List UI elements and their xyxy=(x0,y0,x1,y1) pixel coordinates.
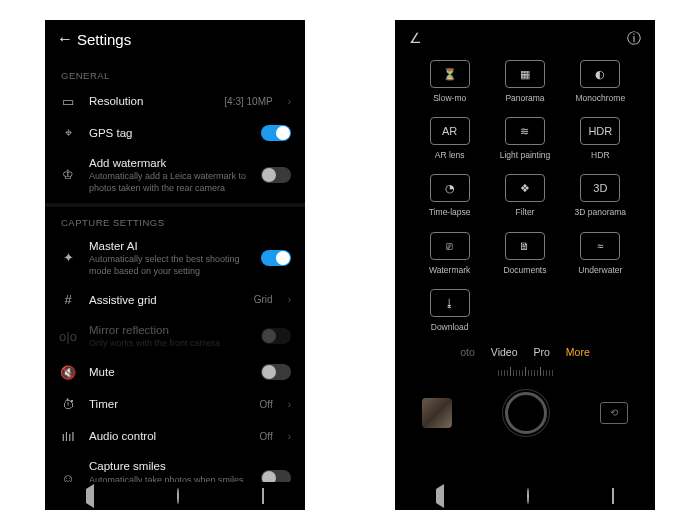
mode-label: Slow-mo xyxy=(433,93,466,103)
master-ai-toggle[interactable] xyxy=(261,250,291,266)
mode-hdr[interactable]: HDRHDR xyxy=(566,117,635,160)
resolution-label: Resolution xyxy=(89,94,212,108)
mirror-label: Mirror reflection xyxy=(89,323,249,337)
resolution-icon: ▭ xyxy=(59,94,77,109)
page-title: Settings xyxy=(77,31,131,48)
mute-icon: 🔇 xyxy=(59,365,77,380)
edit-icon[interactable]: ∠ xyxy=(409,30,422,48)
mode-label: Light painting xyxy=(500,150,551,160)
row-master-ai[interactable]: ✦ Master AI Automatically select the bes… xyxy=(45,232,305,284)
mode-icon: ≋ xyxy=(505,117,545,145)
mirror-icon: o|o xyxy=(59,329,77,344)
switch-camera-button[interactable]: ⟲ xyxy=(600,402,628,424)
mode-icon: 🗎 xyxy=(505,232,545,260)
mode-panorama[interactable]: ▦Panorama xyxy=(490,60,559,103)
mode-label: Time-lapse xyxy=(429,207,471,217)
mode-label: Documents xyxy=(503,265,546,275)
mode-time-lapse[interactable]: ◔Time-lapse xyxy=(415,174,484,217)
mirror-toggle xyxy=(261,328,291,344)
location-icon: ⌖ xyxy=(59,125,77,141)
mode-watermark[interactable]: ⎚Watermark xyxy=(415,232,484,275)
settings-header: ← Settings xyxy=(45,20,305,56)
watermark-toggle[interactable] xyxy=(261,167,291,183)
row-mute[interactable]: 🔇 Mute xyxy=(45,356,305,388)
nav-home-icon[interactable] xyxy=(177,489,179,503)
mode-documents[interactable]: 🗎Documents xyxy=(490,232,559,275)
mode-icon: ⭳ xyxy=(430,289,470,317)
grid-icon: # xyxy=(59,292,77,307)
nav-home-icon[interactable] xyxy=(527,489,529,503)
mode-dial[interactable] xyxy=(395,362,655,376)
mode-3d-panorama[interactable]: 3D3D panorama xyxy=(566,174,635,217)
row-timer[interactable]: ⏱ Timer Off › xyxy=(45,388,305,420)
mode-icon: ❖ xyxy=(505,174,545,202)
mode-monochrome[interactable]: ◐Monochrome xyxy=(566,60,635,103)
settings-screen: ← Settings GENERAL ▭ Resolution [4:3] 10… xyxy=(45,20,305,510)
nav-recent-icon[interactable] xyxy=(612,489,614,503)
row-mirror: o|o Mirror reflection Only works with th… xyxy=(45,316,305,357)
smiles-sub: Automatically take photos when smiles ar… xyxy=(89,475,249,482)
tab-photo[interactable]: oto xyxy=(460,346,475,358)
gallery-thumbnail[interactable] xyxy=(422,398,452,428)
mode-icon: ◐ xyxy=(580,60,620,88)
mode-icon: ▦ xyxy=(505,60,545,88)
camera-controls: ⟲ xyxy=(395,384,655,468)
audio-icon: ılıl xyxy=(59,429,77,444)
tab-pro[interactable]: Pro xyxy=(534,346,550,358)
mode-icon: ⎚ xyxy=(430,232,470,260)
watermark-icon: ♔ xyxy=(59,167,77,182)
nav-recent-icon[interactable] xyxy=(262,489,264,503)
timer-icon: ⏱ xyxy=(59,397,77,412)
smiles-toggle[interactable] xyxy=(261,470,291,482)
tab-video[interactable]: Video xyxy=(491,346,518,358)
master-ai-sub: Automatically select the best shooting m… xyxy=(89,254,249,277)
mode-label: Monochrome xyxy=(576,93,626,103)
gps-toggle[interactable] xyxy=(261,125,291,141)
mode-icon: HDR xyxy=(580,117,620,145)
master-ai-label: Master AI xyxy=(89,239,249,253)
mode-label: Panorama xyxy=(505,93,544,103)
mode-icon: 3D xyxy=(580,174,620,202)
audio-value: Off xyxy=(260,431,273,442)
mode-light-painting[interactable]: ≋Light painting xyxy=(490,117,559,160)
nav-back-icon[interactable] xyxy=(436,489,444,503)
watermark-sub: Automatically add a Leica watermark to p… xyxy=(89,171,249,194)
row-grid[interactable]: # Assistive grid Grid › xyxy=(45,284,305,316)
mode-ar-lens[interactable]: ARAR lens xyxy=(415,117,484,160)
row-audio[interactable]: ılıl Audio control Off › xyxy=(45,420,305,452)
mode-label: 3D panorama xyxy=(575,207,627,217)
mute-toggle[interactable] xyxy=(261,364,291,380)
mode-icon: ⏳ xyxy=(430,60,470,88)
chevron-right-icon: › xyxy=(288,399,291,410)
info-icon[interactable]: ⓘ xyxy=(627,30,641,48)
tab-more[interactable]: More xyxy=(566,346,590,358)
mode-label: Download xyxy=(431,322,469,332)
grid-label: Assistive grid xyxy=(89,293,242,307)
watermark-label: Add watermark xyxy=(89,156,249,170)
shutter-button[interactable] xyxy=(505,392,547,434)
mode-filter[interactable]: ❖Filter xyxy=(490,174,559,217)
chevron-right-icon: › xyxy=(288,431,291,442)
row-smiles[interactable]: ☺ Capture smiles Automatically take phot… xyxy=(45,452,305,482)
mode-slow-mo[interactable]: ⏳Slow-mo xyxy=(415,60,484,103)
chevron-right-icon: › xyxy=(288,294,291,305)
back-icon[interactable]: ← xyxy=(57,30,77,48)
mode-icon: AR xyxy=(430,117,470,145)
camera-tabs: oto Video Pro More xyxy=(395,336,655,362)
mirror-sub: Only works with the front camera xyxy=(89,338,249,349)
row-resolution[interactable]: ▭ Resolution [4:3] 10MP › xyxy=(45,85,305,117)
modes-grid: ⏳Slow-mo▦Panorama◐MonochromeARAR lens≋Li… xyxy=(395,54,655,336)
section-capture-label: CAPTURE SETTINGS xyxy=(45,209,305,232)
camera-topbar: ∠ ⓘ xyxy=(395,20,655,54)
row-gps[interactable]: ⌖ GPS tag xyxy=(45,117,305,149)
nav-back-icon[interactable] xyxy=(86,489,94,503)
row-watermark[interactable]: ♔ Add watermark Automatically add a Leic… xyxy=(45,149,305,201)
grid-value: Grid xyxy=(254,294,273,305)
section-divider xyxy=(45,203,305,207)
mode-download[interactable]: ⭳Download xyxy=(415,289,484,332)
section-general-label: GENERAL xyxy=(45,62,305,85)
ai-icon: ✦ xyxy=(59,250,77,265)
timer-label: Timer xyxy=(89,397,248,411)
mode-label: Watermark xyxy=(429,265,470,275)
mode-underwater[interactable]: ≈Underwater xyxy=(566,232,635,275)
